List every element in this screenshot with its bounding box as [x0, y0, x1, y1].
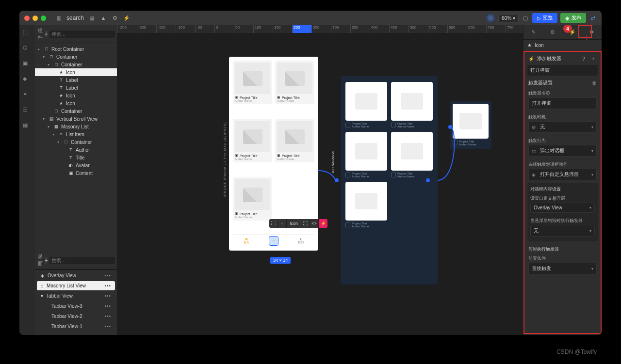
layers-icon[interactable]: ◆	[23, 76, 32, 84]
tree-item[interactable]: ▾□Container	[35, 138, 117, 146]
tree-item[interactable]: TLabel	[35, 84, 117, 92]
dark-card-wrap[interactable]: Project TitleAuthor Name	[391, 82, 433, 128]
tree-item[interactable]: ★Icon	[35, 68, 117, 76]
dark-board[interactable]: Project TitleAuthor Name Project TitleAu…	[341, 76, 438, 285]
tree-item[interactable]: ▣Content	[35, 169, 117, 177]
precondition-select[interactable]: 直接触发▾	[528, 263, 597, 274]
publish-button[interactable]: ◉ 发布	[560, 13, 586, 23]
tree-item[interactable]: ★Icon	[35, 99, 117, 107]
page-item[interactable]: ◈Overlay View•••	[37, 271, 115, 280]
add-page-button[interactable]: +	[45, 257, 48, 264]
component-search-input[interactable]	[49, 31, 115, 38]
list-icon[interactable]: ☰	[23, 107, 32, 115]
device-icon[interactable]: ▢	[522, 14, 529, 22]
settings-icon[interactable]: ⇄	[589, 14, 597, 22]
dialog-action-select[interactable]: ◈打开自定义悬浮层▾	[528, 169, 597, 180]
card[interactable]: ▣ Project TitleAuthor Name	[233, 119, 272, 162]
app-window: ▥ search ▤ ▲ ⚙ ⚡ 60% ▾ ▢ ▷ 预览 ◉ 发布 ⇄ ⬚ ⌬…	[19, 11, 602, 335]
bolt-icon[interactable]: ⚡	[123, 14, 131, 22]
tab-me[interactable]: ◐我的	[296, 237, 305, 245]
grid-icon[interactable]: ▦	[23, 122, 32, 131]
user-avatar[interactable]	[486, 13, 495, 23]
component-tree[interactable]: ▸□Root Container▾□Container▾□Container★I…	[35, 43, 117, 252]
dark-card	[391, 132, 433, 171]
tree-item[interactable]: ▸□Root Container	[35, 45, 117, 53]
pin-icon[interactable]: ✦	[23, 91, 32, 100]
add-trigger-button[interactable]: +	[590, 56, 597, 62]
filter-icon[interactable]: ▲	[99, 14, 107, 22]
overlay-card[interactable]: Project TitleAuthor Name	[450, 101, 491, 149]
add-component-button[interactable]: +	[45, 31, 48, 37]
meta-icon	[391, 173, 396, 177]
bolt-action-icon[interactable]: ⚡	[319, 219, 327, 228]
card[interactable]: ▣ Project TitleAuthor Name	[233, 61, 272, 104]
tab-center[interactable]: ✦	[269, 237, 278, 245]
page-item[interactable]: Tabbar View-2•••	[37, 312, 115, 321]
card[interactable]: ▣ Project TitleAuthor Name	[233, 177, 272, 221]
dark-card-wrap[interactable]: Project TitleAuthor Name	[345, 82, 387, 128]
expand-icon[interactable]: ⛶	[301, 219, 310, 228]
trigger-item[interactable]: 打开弹窗	[527, 65, 598, 76]
code-icon[interactable]: <>	[310, 219, 319, 228]
sidebar-toggle-icon[interactable]: ▥	[55, 14, 63, 22]
trigger-name-input[interactable]: 打开弹窗	[528, 97, 597, 109]
brush-icon[interactable]: ✎	[528, 28, 538, 37]
panel-icon[interactable]: ▣	[23, 60, 32, 69]
tree-item[interactable]: ◐Avatar	[35, 161, 117, 169]
card[interactable]: ▣ Project TitleAuthor Name	[275, 119, 314, 162]
trigger-timing-label: 触发时机	[525, 112, 600, 121]
page-item[interactable]: ⌂Masonry List View•••	[37, 281, 115, 290]
back-icon[interactable]: ‹	[278, 219, 287, 228]
dark-meta: Project TitleAuthor Name	[345, 172, 387, 178]
clock-icon: ⊘	[532, 125, 538, 130]
share-icon[interactable]: ⚙	[111, 14, 119, 22]
tree-item[interactable]: □Container	[35, 107, 117, 115]
page-item[interactable]: ▾Tabbar View•••	[37, 291, 115, 301]
close-window-button[interactable]	[24, 16, 30, 21]
save-icon[interactable]: ▤	[88, 14, 96, 22]
dialog-icon: ▭	[532, 148, 538, 154]
tree-item[interactable]: TTitle	[35, 154, 117, 161]
dialog-action-label: 选择触发对话框动作	[525, 159, 600, 169]
help-icon[interactable]: ?	[580, 56, 587, 62]
tree-item[interactable]: ▾□Container	[35, 53, 117, 61]
toolbar-right: 60% ▾ ▢ ▷ 预览 ◉ 发布 ⇄	[486, 13, 597, 23]
tree-item[interactable]: ▾≡List Item	[35, 130, 117, 138]
zoom-select[interactable]: 60% ▾	[498, 14, 519, 22]
selection-toolbar[interactable]: ⋮⋮ ‹ Icon ⛶ <> ⚡	[269, 219, 327, 228]
trigger-timing-select[interactable]: ⊘无▾	[528, 121, 597, 133]
delete-trigger-button[interactable]: 🗑	[592, 80, 597, 86]
tab-home[interactable]: ▦首页	[242, 237, 251, 245]
dark-card-wrap[interactable]: Project TitleAuthor Name	[345, 132, 387, 178]
maximize-window-button[interactable]	[41, 16, 46, 21]
page-search-input[interactable]	[49, 257, 115, 264]
page-item[interactable]: Tabbar View-1•••	[37, 322, 115, 331]
cube-icon[interactable]: ⬚	[23, 29, 32, 38]
overlay-select[interactable]: Overlay View▾	[530, 203, 595, 213]
window-controls	[24, 16, 46, 21]
hierarchy-icon[interactable]: ⌬	[23, 45, 32, 53]
card[interactable]: ▣ Project TitleAuthor Name	[275, 61, 314, 104]
dark-card-wrap[interactable]: Project TitleAuthor Name	[345, 182, 387, 228]
watermark: CSDN @Towify	[556, 348, 597, 355]
bolt-small-icon: ⚡	[528, 56, 534, 62]
add-trigger-row: ⚡ 添加触发器 ? +	[525, 53, 600, 64]
tree-item[interactable]: TLabel	[35, 76, 117, 84]
tree-item[interactable]: ▾□Container	[35, 61, 117, 68]
tree-item[interactable]: ▾▦Masonry List	[35, 123, 117, 130]
connector-label: Masonry List	[331, 151, 335, 173]
minimize-window-button[interactable]	[33, 16, 38, 21]
dark-card	[345, 132, 387, 171]
page-item[interactable]: Tabbar View-3•••	[37, 301, 115, 311]
tree-item[interactable]: ▾▤Vertical Scroll View	[35, 115, 117, 123]
tree-item[interactable]: TAuthor	[35, 146, 117, 154]
canvas[interactable]: -250-200-150-100-50050100150200250300350…	[117, 25, 523, 335]
preview-button[interactable]: ▷ 预览	[532, 13, 557, 23]
trigger-behavior-select[interactable]: ▭弹出对话框▾	[528, 145, 597, 157]
tree-item[interactable]: ★Icon	[35, 92, 117, 99]
destroy-trigger-select[interactable]: 无▾	[530, 225, 595, 237]
pages-list[interactable]: ◈Overlay View•••⌂Masonry List View•••▾Ta…	[35, 269, 117, 335]
drag-handle-icon[interactable]: ⋮⋮	[269, 219, 278, 228]
settings-tab-icon[interactable]: ⚙	[548, 28, 557, 37]
dark-card-wrap[interactable]: Project TitleAuthor Name	[391, 132, 433, 178]
